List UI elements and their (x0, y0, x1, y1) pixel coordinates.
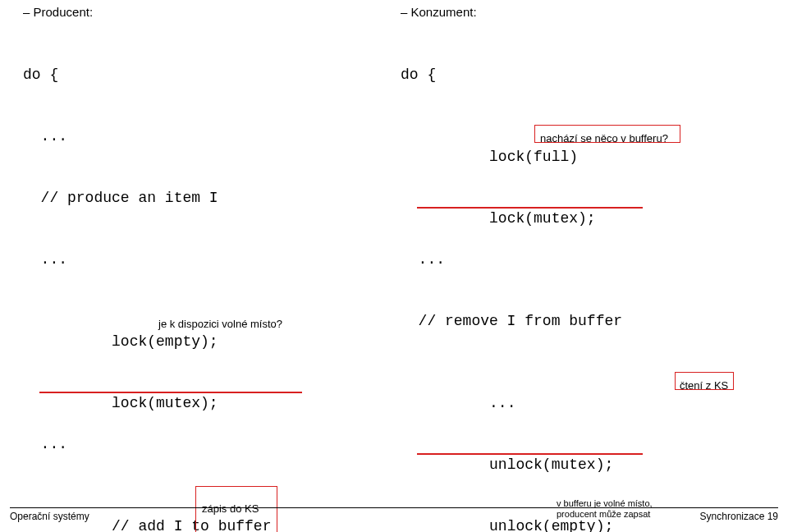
red-underline (417, 207, 643, 209)
code-text: ... (471, 395, 515, 411)
code-line: lock(mutex); (23, 373, 384, 393)
footer-left: Operační systémy (10, 511, 89, 522)
code-line: // produce an item I (23, 188, 384, 209)
code-line: ... (401, 250, 768, 270)
red-underline (417, 453, 643, 455)
code-line: do { (401, 65, 768, 85)
footer-right: Synchronizace 19 (700, 511, 778, 522)
code-text: lock(mutex); (94, 395, 218, 411)
code-line: lock(mutex); (401, 188, 768, 209)
code-line: unlock(mutex); (401, 434, 768, 455)
code-line: ... (23, 434, 384, 455)
code-text: ... (23, 128, 67, 144)
red-box-read-cs (675, 372, 734, 390)
code-text: lock(empty); (94, 333, 218, 350)
producer-code: do { ... // produce an item I ... lock(e… (23, 24, 384, 532)
red-box-full-question (534, 125, 680, 143)
code-text: // remove I from buffer (401, 313, 622, 329)
code-line: lock(full) nachází se něco v bufferu? (401, 126, 768, 147)
code-line: lock(empty); je k dispozici volné místo? (23, 311, 384, 332)
code-text: do { (401, 66, 436, 83)
footer: Operační systémy Synchronizace 19 (10, 507, 778, 522)
code-line: // remove I from buffer (401, 311, 768, 332)
code-text: // produce an item I (23, 190, 218, 206)
consumer-heading: – Konzument: (401, 5, 768, 19)
red-underline (39, 392, 302, 393)
code-line: ... (23, 250, 384, 270)
annotation-empty-question: je k dispozici volné místo? (158, 314, 282, 334)
consumer-code: do { lock(full) nachází se něco v buffer… (401, 24, 768, 532)
code-text: unlock(mutex); (471, 456, 613, 473)
code-text: do { (23, 66, 58, 83)
code-text: lock(mutex); (471, 210, 595, 227)
code-line: ... čtení z KS (401, 373, 768, 393)
code-text: ... (401, 251, 445, 268)
code-text: lock(full) (471, 149, 578, 165)
code-line: do { (23, 65, 384, 85)
code-text: ... (23, 436, 67, 452)
code-text: ... (23, 251, 67, 268)
code-line: ... (23, 126, 384, 147)
producer-heading: – Producent: (23, 5, 384, 19)
